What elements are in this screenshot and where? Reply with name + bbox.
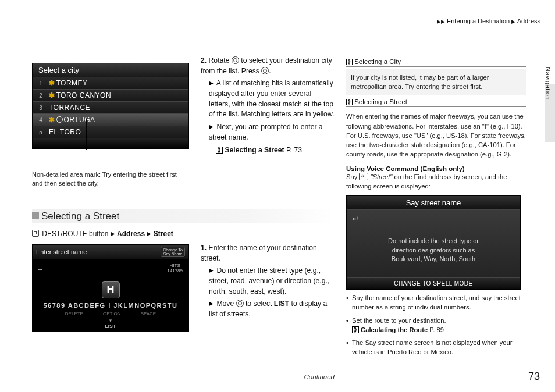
- row-num: 2: [33, 92, 49, 99]
- continued-label: Continued: [201, 373, 335, 380]
- step2-lead: 2. Rotate to select your destination cit…: [201, 56, 335, 76]
- triangle-icon: ▶: [147, 230, 151, 237]
- row-num: 1: [33, 80, 49, 87]
- row-label: ✱TORMEY: [49, 79, 188, 87]
- scr2-bottom-row: DELETE OPTION SPACE: [33, 311, 188, 316]
- triangle-icon: ▶: [209, 300, 214, 307]
- sidebar-rule: [346, 106, 526, 107]
- delete-label: DELETE: [65, 311, 83, 316]
- city-row-selected: 4 ✱ORTUGA: [33, 114, 188, 126]
- scr2-titlebar: Enter street name Change To Say Name: [33, 245, 188, 259]
- sidebar-body-1: If your city is not listed, it may be pa…: [346, 69, 526, 95]
- voice-command-title: Using Voice Command (English only): [346, 165, 526, 172]
- move-icon: [236, 300, 244, 307]
- xref-icon: ⟫: [216, 147, 223, 154]
- sidebar-column: ⟫ Selecting a City If your city is not l…: [346, 58, 526, 357]
- header-crumb-1: Entering a Destination: [447, 17, 510, 24]
- step2-sub1: ▶ A list of matching hits is automatical…: [209, 79, 335, 120]
- step1-lead: 1. Enter the name of your destination st…: [201, 243, 335, 263]
- option-label: OPTION: [103, 311, 121, 316]
- header-rule: [32, 28, 540, 28]
- vscr-footer: CHANGE TO SPELL MODE: [347, 277, 520, 289]
- section-heading: Selecting a Street: [32, 209, 336, 223]
- voice-icon: [359, 173, 368, 180]
- section-title: Selecting a Street: [41, 211, 119, 222]
- scr2-entry-row: _ HITS 141789: [33, 259, 188, 275]
- triangle-icon: ▶: [111, 230, 115, 237]
- row-label: TORRANCE: [49, 104, 188, 112]
- xref-icon: ⟫: [346, 99, 353, 105]
- scr2-letter-selector: H: [33, 281, 188, 298]
- callout-line: [86, 119, 87, 150]
- section-breadcrumb: DEST/ROUTE button ▶ Address ▶ Street: [32, 230, 335, 238]
- step2-sub2: ▶ Next, you are prompted to enter a stre…: [209, 122, 335, 142]
- vscr-message: Do not include the street type or direct…: [364, 237, 503, 263]
- row-label: EL TORO: [49, 128, 188, 136]
- row-num: 3: [33, 105, 49, 111]
- triangle-icon: ▶: [209, 267, 214, 273]
- left-column: Select a city 1 ✱TORMEY 2 ✱TORO CANYON 3…: [32, 63, 189, 188]
- step2-block: 2. Rotate to select your destination cit…: [201, 56, 335, 155]
- voice-command-text: Say "Street" on the Find address by scre…: [346, 172, 526, 191]
- screenshot1-caption: Non-detailed area mark: Try entering the…: [32, 170, 177, 188]
- sidebar-bullet-1: Say the name of your destination street,…: [346, 293, 526, 312]
- row-num: 5: [33, 129, 49, 136]
- select-city-screenshot: Select a city 1 ✱TORMEY 2 ✱TORO CANYON 3…: [32, 63, 189, 149]
- alpha-strip: 56789 ABCDEFG I JKLMNOPQRSTU: [33, 302, 188, 309]
- xref-icon: ⟫: [352, 326, 359, 333]
- screenshot-footer: [33, 138, 188, 149]
- enter-street-screenshot: Enter street name Change To Say Name _ H…: [32, 244, 189, 332]
- voice-wave-icon: «ᵎ: [353, 215, 358, 223]
- entry-cursor: _: [38, 263, 42, 273]
- change-to-say-name-button: Change To Say Name: [161, 247, 185, 257]
- screenshot1-title: Select a city: [33, 63, 188, 77]
- step1-sub1: ▶ Do not enter the street type (e.g., st…: [209, 266, 335, 297]
- triangle-icon: ▶▶: [437, 19, 445, 24]
- city-row: 5 EL TORO: [33, 126, 188, 138]
- page: ▶▶ Entering a Destination ▶ Address Navi…: [0, 0, 555, 392]
- asterisk-icon: ✱: [49, 91, 55, 99]
- triangle-icon: ▶: [209, 80, 214, 86]
- step-number: 1.: [201, 244, 207, 252]
- sidebar-heading-2: ⟫ Selecting a Street: [346, 98, 526, 105]
- asterisk-icon: ✱: [49, 116, 55, 124]
- sidebar-rule: [346, 66, 526, 67]
- enter-street-screenshot-wrap: Enter street name Change To Say Name _ H…: [32, 244, 189, 332]
- scr2-title: Enter street name: [36, 248, 87, 255]
- say-street-screenshot: Say street name «ᵎ Do not include the st…: [346, 195, 521, 290]
- asterisk-icon: ✱: [49, 79, 55, 87]
- city-row: 2 ✱TORO CANYON: [33, 90, 188, 102]
- triangle-icon: ▶: [511, 19, 515, 24]
- page-number: 73: [528, 370, 540, 383]
- header-crumb-2: Address: [517, 17, 540, 24]
- sidebar-body-2: When entering the names of major freeway…: [346, 109, 526, 159]
- step2-xref: ⟫ Selecting a Street P. 73: [216, 145, 335, 156]
- row-label: ✱ORTUGA: [49, 116, 188, 124]
- rotary-icon: [232, 56, 239, 64]
- header-breadcrumb: ▶▶ Entering a Destination ▶ Address: [437, 17, 540, 24]
- press-icon: [261, 67, 269, 74]
- row-label: ✱TORO CANYON: [49, 91, 188, 99]
- vscr-title: Say street name: [347, 196, 520, 210]
- step-number: 2.: [201, 56, 207, 65]
- vscr-body: «ᵎ Do not include the street type or dir…: [347, 210, 520, 284]
- list-label: LIST: [33, 318, 188, 329]
- triangle-icon: ▶: [209, 123, 214, 130]
- step1-block: 1. Enter the name of your destination st…: [201, 243, 335, 320]
- selected-letter: H: [102, 281, 120, 298]
- sidebar-heading-1: ⟫ Selecting a City: [346, 58, 526, 65]
- space-label: SPACE: [141, 311, 156, 316]
- cursor-icon: [56, 116, 63, 123]
- square-bullet-icon: [32, 212, 39, 219]
- row-num: 4: [33, 117, 49, 123]
- city-row: 3 TORRANCE: [33, 102, 188, 114]
- city-row: 1 ✱TORMEY: [33, 77, 188, 90]
- hits-box: HITS 141789: [167, 263, 183, 273]
- button-icon: [32, 230, 39, 237]
- xref-icon: ⟫: [346, 59, 353, 65]
- step1-sub2: ▶ Move to select LIST to display a list …: [209, 299, 335, 319]
- side-tab-label: Navigation: [543, 30, 552, 100]
- sidebar-bullet-3: The Say street name screen is not displa…: [346, 338, 526, 357]
- sidebar-bullet-2: Set the route to your destination. ⟫ Cal…: [346, 316, 526, 334]
